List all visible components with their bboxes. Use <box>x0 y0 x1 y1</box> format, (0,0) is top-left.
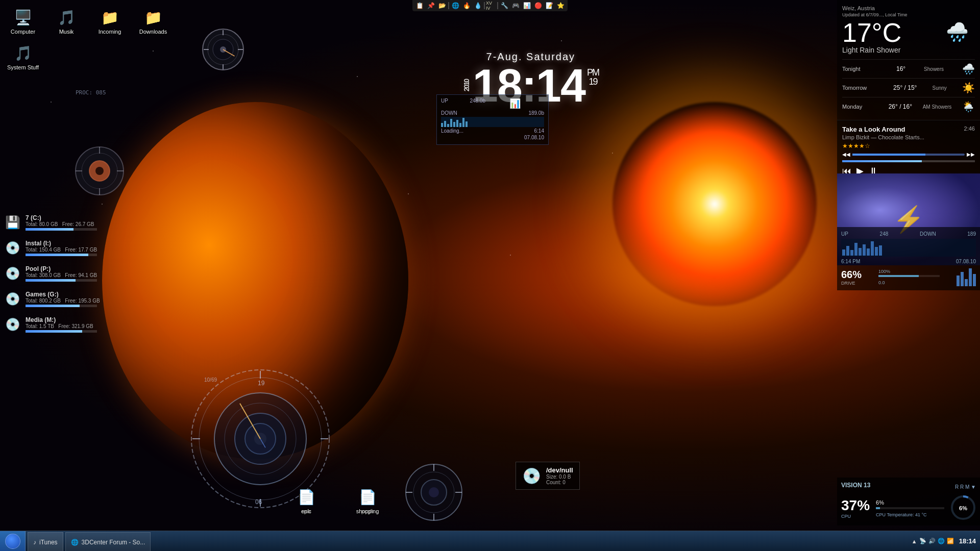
sysmon-down-val: 189 <box>967 231 976 237</box>
tray-network-icon: 📡 <box>919 538 926 544</box>
shopping-icon: 📄 <box>357 487 378 507</box>
forecast-tonight-temps: 16° <box>896 65 905 72</box>
drive-c-icon: 💾 <box>5 215 20 230</box>
null-device-count: Count: 0 <box>546 480 573 485</box>
toolbar-icon-1[interactable]: 📋 <box>414 1 425 10</box>
sysmon-drive-bars: 100% 0.0 <box>878 269 940 286</box>
weather-panel: Weiz, Austria Updated at 6/7/09..., Loca… <box>837 0 980 121</box>
forecast-tomorrow-day: Tomorrow <box>842 85 878 91</box>
top-desktop-icons: 🖥️ Computer 🎵 Musik 📁 Incoming 📁 Downloa… <box>3 5 174 41</box>
clock-seconds: 19 <box>589 77 597 87</box>
toolbar-icon-13[interactable]: ⭐ <box>555 1 566 10</box>
toolbar-icon-2[interactable]: 📌 <box>426 1 436 10</box>
toolbar-icon-4[interactable]: 🌐 <box>450 1 460 10</box>
top-toolbar: 📋 📌 📂 🌐 🔥 💧 XV IV 🔧 🎮 📊 🔴 📝 ⭐ <box>412 0 568 11</box>
volume-bar[interactable] <box>852 154 965 156</box>
compass-gauge-top <box>202 28 245 71</box>
forecast-monday-icon: 🌦️ <box>962 101 975 113</box>
net-time: 6:14 <box>534 128 544 134</box>
toolbar-icon-8[interactable]: 🔧 <box>499 1 509 10</box>
desktop-icon-shopping[interactable]: 📄 shopping <box>347 485 388 516</box>
cpu-bar <box>876 507 944 509</box>
network-widget: UP 248.0b 📊 DOWN 189.0b Loading... 6:14 … <box>436 94 549 145</box>
sysmon-net-header: UP 248 DOWN 189 <box>841 231 976 237</box>
system-monitor-right: UP 248 DOWN 189 6:14 PM 07.08.10 66% DRI… <box>837 227 980 290</box>
toolbar-icon-9[interactable]: 🎮 <box>510 1 521 10</box>
toolbar-icon-7[interactable]: XV IV <box>486 1 496 10</box>
forecast-monday-day: Monday <box>842 104 878 110</box>
vision-controls[interactable]: R R M ▼ <box>955 484 976 490</box>
drive-m-info: Media (M:) Total: 1.5 TB Free: 321.9 GB <box>26 316 100 333</box>
desktop-icon-epic[interactable]: 📄 epic <box>286 485 327 516</box>
forecast-tomorrow-icon: ☀️ <box>962 82 975 94</box>
sysmon-drive-pct: 66% <box>841 269 862 281</box>
sysmon-time: 6:14 PM 07.08.10 <box>841 259 976 264</box>
browser-icon: 🌐 <box>71 539 79 546</box>
taskbar-item-3dcenter[interactable]: 🌐 3DCenter Forum - So... <box>65 532 151 551</box>
music-info: Take a Look Around Limp Bizkit — Chocola… <box>842 126 924 142</box>
drive-c-info: 7 (C:) Total: 80.0 GB Free: 26.7 GB <box>26 214 100 231</box>
weather-current: 17°C Light Rain Shower 🌧️ <box>842 19 975 59</box>
itunes-label: iTunes <box>39 539 58 546</box>
drive-m-fill <box>26 330 82 333</box>
computer-label: Computer <box>3 29 43 35</box>
net-down-label: DOWN <box>441 110 457 116</box>
taskbar-item-itunes[interactable]: ♪ iTunes <box>28 532 63 551</box>
toolbar-icon-6[interactable]: 💧 <box>473 1 483 10</box>
music-progress-bar[interactable] <box>842 160 975 162</box>
vision-title: VISION 13 <box>841 482 870 489</box>
net-up-value: 248.0b <box>470 98 485 109</box>
drive-g-info: Games (G:) Total: 800.2 GB Free: 195.3 G… <box>26 291 100 307</box>
drive-i-icon: 💿 <box>5 241 20 255</box>
taskbar: ♪ iTunes 🌐 3DCenter Forum - So... ▲ 📡 🔊 … <box>0 531 980 551</box>
vision-panel: VISION 13 R R M ▼ 37% CPU 6% CPU Tempera… <box>837 478 980 525</box>
forecast-tonight: Tonight 16° Showers 🌧️ <box>842 59 975 78</box>
sysmon-drive-fill <box>878 275 919 277</box>
null-device-name: /dev/null <box>546 466 573 474</box>
desktop-icon-musik[interactable]: 🎵 Musik <box>46 5 87 37</box>
computer-icon: 🖥️ <box>13 7 33 28</box>
systray-time: 18:14 <box>959 537 976 545</box>
downloads-icon: 📁 <box>143 7 163 28</box>
weather-location: Weiz, Austria Updated at 6/7/09..., Loca… <box>842 5 975 17</box>
desktop-icon-downloads[interactable]: 📁 Downloads <box>133 5 174 37</box>
sysmon-drive-label: DRIVE <box>841 281 862 286</box>
net-date: 07.08.10 <box>524 135 544 140</box>
cpu-temp-val: 41 °C <box>915 512 927 517</box>
toolbar-icon-11[interactable]: 🔴 <box>533 1 543 10</box>
drive-p-details: Total: 308.0 GB Free: 94.1 GB <box>26 272 100 278</box>
svg-point-12 <box>95 167 104 175</box>
null-device-widget: 💿 /dev/null Size: 0.0 B Count: 0 <box>516 462 580 490</box>
cpu-percent: 37% <box>841 497 870 514</box>
proc-label: PROC: 085 <box>76 89 106 96</box>
start-button[interactable] <box>0 531 26 552</box>
cpu-usage-val: 6% <box>876 499 944 506</box>
toolbar-icon-10[interactable]: 📊 <box>522 1 532 10</box>
weather-temp-desc: 17°C Light Rain Shower <box>842 19 901 59</box>
tray-arrow-icon[interactable]: ▲ <box>912 538 917 544</box>
system-stuff-icon: 🎵 <box>13 43 33 63</box>
3dcenter-label: 3DCenter Forum - So... <box>82 539 145 546</box>
toolbar-icon-3[interactable]: 📂 <box>437 1 447 10</box>
forecast-tonight-icon: 🌧️ <box>962 63 975 75</box>
vision-cpu-details: 6% CPU Temperature: 41 °C <box>876 499 944 517</box>
sysmon-drive-section: 66% DRIVE 100% 0.0 <box>841 268 976 286</box>
desktop-icon-incoming[interactable]: 📁 Incoming <box>89 5 130 37</box>
network-header: UP 248.0b 📊 <box>441 98 544 109</box>
svg-text:10/69: 10/69 <box>204 377 217 383</box>
desktop-icon-computer[interactable]: 🖥️ Computer <box>3 5 43 37</box>
epic-label: epic <box>286 508 327 514</box>
system-stuff-label: System Stuff <box>3 64 43 70</box>
desktop-icon-system-stuff[interactable]: 🎵 System Stuff <box>3 41 43 77</box>
drive-p-bar <box>26 279 97 282</box>
toolbar-icon-5[interactable]: 🔥 <box>461 1 472 10</box>
drive-item-m: 💿 Media (M:) Total: 1.5 TB Free: 321.9 G… <box>5 316 100 333</box>
toolbar-icon-12[interactable]: 📝 <box>544 1 554 10</box>
music-title: Take a Look Around <box>842 126 924 133</box>
forecast-tomorrow: Tomorrow 25° / 15° Sunny ☀️ <box>842 78 975 97</box>
tray-bars-icon: 📶 <box>947 538 954 544</box>
drive-i-name: Instal (I:) <box>26 240 100 247</box>
tray-browser-icon: 🌐 <box>938 538 945 544</box>
null-device-icon: 💿 <box>522 467 541 485</box>
svg-text:19: 19 <box>258 380 265 387</box>
